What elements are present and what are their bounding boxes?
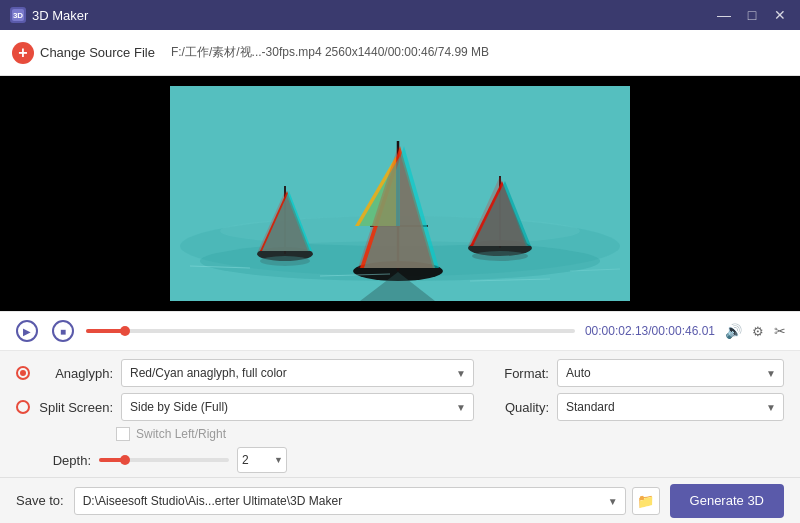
svg-text:3D: 3D: [13, 11, 23, 20]
folder-icon: 📁: [637, 493, 654, 509]
controls-bar: ▶ ■ 00:00:02.13/00:00:46.01 🔊 ⚙ ✂: [0, 311, 800, 351]
depth-select[interactable]: 1 2 3 4 5: [237, 447, 287, 473]
scissors-icon[interactable]: ✂: [774, 323, 786, 339]
progress-handle[interactable]: [120, 326, 130, 336]
title-bar: 3D 3D Maker — □ ✕: [0, 0, 800, 30]
plus-icon: +: [12, 42, 34, 64]
depth-label: Depth:: [16, 453, 91, 468]
anaglyph-radio[interactable]: [16, 366, 30, 380]
stop-button[interactable]: ■: [50, 318, 76, 344]
app-icon: 3D: [10, 7, 26, 23]
title-bar-left: 3D 3D Maker: [10, 7, 88, 23]
anaglyph-select[interactable]: Red/Cyan anaglyph, full color Red/Cyan a…: [121, 359, 474, 387]
format-label: Format:: [494, 366, 549, 381]
generate-3d-button[interactable]: Generate 3D: [670, 484, 784, 518]
play-button[interactable]: ▶: [14, 318, 40, 344]
file-info: F:/工作/素材/视...-30fps.mp4 2560x1440/00:00:…: [171, 44, 489, 61]
settings-panel: Anaglyph: Red/Cyan anaglyph, full color …: [0, 351, 800, 473]
switch-lr-wrapper: Switch Left/Right: [116, 427, 474, 441]
switch-lr-checkbox[interactable]: [116, 427, 130, 441]
split-screen-label: Split Screen:: [38, 400, 113, 415]
change-source-label: Change Source File: [40, 45, 155, 60]
video-area: [0, 76, 800, 311]
depth-row: Depth: 1 2 3 4 5 ▼: [16, 447, 474, 473]
right-settings-col: Format: Auto MP4 AVI MKV MOV ▼ Quality:: [494, 359, 784, 473]
title-bar-controls: — □ ✕: [714, 5, 790, 25]
save-to-label: Save to:: [16, 493, 64, 508]
minimize-button[interactable]: —: [714, 5, 734, 25]
app-title: 3D Maker: [32, 8, 88, 23]
settings-icon[interactable]: ⚙: [752, 324, 764, 339]
depth-slider[interactable]: [99, 458, 229, 462]
quality-label: Quality:: [494, 400, 549, 415]
depth-handle[interactable]: [120, 455, 130, 465]
save-path-wrapper: D:\Aiseesoft Studio\Ais...erter Ultimate…: [74, 487, 660, 515]
ctrl-icons: 🔊 ⚙ ✂: [725, 323, 786, 339]
video-canvas: [170, 86, 630, 301]
split-screen-select-wrapper: Side by Side (Full) Side by Side (Half) …: [121, 393, 474, 421]
quality-select[interactable]: Standard High Super High: [557, 393, 784, 421]
split-screen-select[interactable]: Side by Side (Full) Side by Side (Half) …: [121, 393, 474, 421]
save-bar: Save to: D:\Aiseesoft Studio\Ais...erter…: [0, 477, 800, 523]
close-button[interactable]: ✕: [770, 5, 790, 25]
format-row: Format: Auto MP4 AVI MKV MOV ▼: [494, 359, 784, 387]
save-path-select[interactable]: D:\Aiseesoft Studio\Ais...erter Ultimate…: [74, 487, 626, 515]
play-icon: ▶: [16, 320, 38, 342]
stop-icon: ■: [52, 320, 74, 342]
left-settings-col: Anaglyph: Red/Cyan anaglyph, full color …: [16, 359, 474, 473]
browse-folder-button[interactable]: 📁: [632, 487, 660, 515]
switch-lr-label: Switch Left/Right: [136, 427, 226, 441]
format-select-wrapper: Auto MP4 AVI MKV MOV ▼: [557, 359, 784, 387]
time-display: 00:00:02.13/00:00:46.01: [585, 324, 715, 338]
top-bar: + Change Source File F:/工作/素材/视...-30fps…: [0, 30, 800, 76]
change-source-button[interactable]: + Change Source File: [12, 38, 155, 68]
main-window: + Change Source File F:/工作/素材/视...-30fps…: [0, 30, 800, 523]
video-preview: [0, 76, 800, 311]
quality-select-wrapper: Standard High Super High ▼: [557, 393, 784, 421]
format-select[interactable]: Auto MP4 AVI MKV MOV: [557, 359, 784, 387]
anaglyph-label: Anaglyph:: [38, 366, 113, 381]
anaglyph-row: Anaglyph: Red/Cyan anaglyph, full color …: [16, 359, 474, 387]
svg-point-11: [260, 256, 310, 266]
quality-row: Quality: Standard High Super High ▼: [494, 393, 784, 421]
volume-icon[interactable]: 🔊: [725, 323, 742, 339]
maximize-button[interactable]: □: [742, 5, 762, 25]
split-screen-row: Split Screen: Side by Side (Full) Side b…: [16, 393, 474, 421]
split-screen-radio[interactable]: [16, 400, 30, 414]
anaglyph-select-wrapper: Red/Cyan anaglyph, full color Red/Cyan a…: [121, 359, 474, 387]
progress-bar[interactable]: [86, 329, 575, 333]
svg-point-16: [472, 251, 528, 261]
